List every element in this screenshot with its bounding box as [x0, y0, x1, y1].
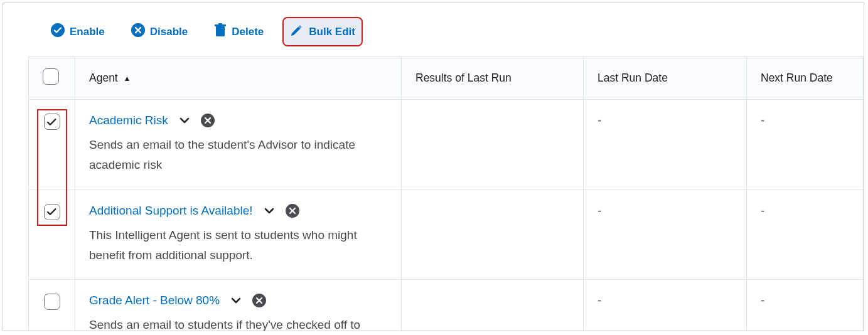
delete-button[interactable]: Delete	[208, 18, 270, 45]
cell-next-run: -	[747, 100, 864, 190]
agents-table: Agent ▲ Results of Last Run Last Run Dat…	[28, 56, 864, 331]
cell-next-run: -	[747, 189, 864, 280]
header-results-label: Results of Last Run	[415, 72, 512, 84]
row-checkbox[interactable]	[44, 204, 60, 220]
header-next-run: Next Run Date	[747, 57, 864, 100]
agent-description: Sends an email to students if they've ch…	[89, 315, 365, 331]
delete-label: Delete	[232, 26, 264, 38]
select-all-checkbox[interactable]	[43, 68, 59, 85]
row-checkbox[interactable]	[44, 294, 60, 310]
enable-button[interactable]: Enable	[45, 18, 111, 45]
header-select-all	[29, 57, 75, 100]
chevron-down-icon[interactable]	[178, 114, 191, 127]
agent-description: This Intelligent Agent is sent to studen…	[89, 225, 365, 266]
disable-button[interactable]: Disable	[125, 18, 194, 45]
agent-link[interactable]: Academic Risk	[89, 114, 168, 127]
cell-results	[402, 189, 584, 280]
header-agent[interactable]: Agent ▲	[75, 57, 402, 100]
disabled-status-icon	[201, 114, 215, 127]
trash-icon	[214, 23, 227, 40]
chevron-down-icon[interactable]	[230, 294, 242, 307]
table-row: Grade Alert - Below 80% Sends an email t…	[29, 280, 864, 331]
header-last-run-label: Last Run Date	[597, 72, 668, 84]
bulk-edit-button[interactable]: Bulk Edit	[284, 18, 362, 45]
cell-results	[402, 280, 584, 331]
agent-description: Sends an email to the student's Advisor …	[89, 135, 365, 176]
disabled-status-icon	[286, 204, 299, 218]
table-row: Academic Risk Sends an email to the stud…	[29, 100, 864, 190]
agent-link[interactable]: Additional Support is Available!	[89, 204, 253, 218]
cell-last-run: -	[584, 100, 747, 190]
chevron-down-icon[interactable]	[263, 205, 276, 217]
cell-results	[402, 100, 584, 190]
header-last-run: Last Run Date	[584, 57, 747, 100]
header-next-run-label: Next Run Date	[761, 72, 833, 84]
cell-last-run: -	[584, 280, 747, 331]
header-agent-label: Agent	[89, 72, 118, 84]
enable-label: Enable	[70, 26, 105, 38]
disabled-status-icon	[252, 294, 266, 307]
svg-rect-4	[218, 23, 222, 25]
cell-next-run: -	[747, 280, 864, 331]
header-results: Results of Last Run	[402, 57, 584, 100]
table-row: Additional Support is Available! This In…	[29, 189, 864, 280]
row-checkbox[interactable]	[44, 114, 60, 130]
check-circle-icon	[51, 23, 65, 40]
pencil-icon	[290, 23, 304, 40]
disable-label: Disable	[150, 26, 188, 38]
sort-ascending-icon: ▲	[124, 74, 131, 83]
cell-last-run: -	[584, 189, 747, 280]
svg-rect-2	[216, 26, 225, 36]
bulk-edit-label: Bulk Edit	[309, 26, 355, 38]
x-circle-icon	[131, 23, 145, 40]
agent-link[interactable]: Grade Alert - Below 80%	[89, 294, 220, 307]
